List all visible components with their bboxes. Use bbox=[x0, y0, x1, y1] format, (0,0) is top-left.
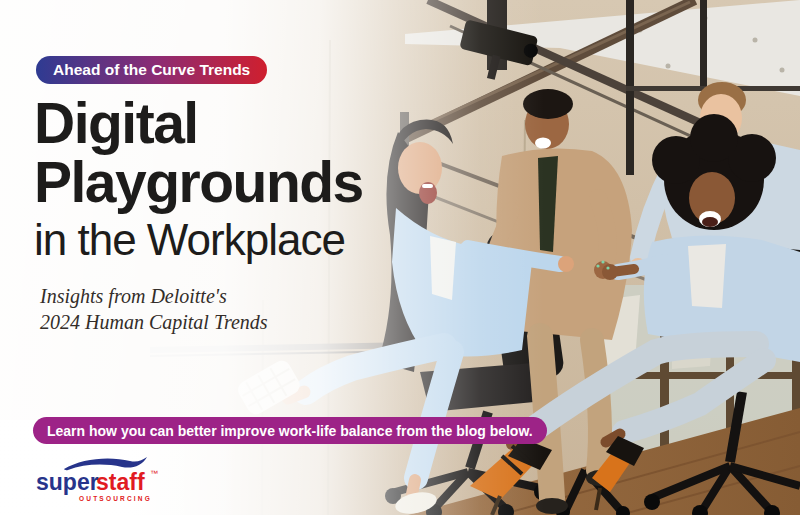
page-title: Digital Playgrounds in the Workplace bbox=[34, 94, 363, 268]
logo-trademark: ™ bbox=[150, 469, 158, 478]
logo-word-super: super bbox=[36, 469, 99, 495]
title-line-2: Playgrounds bbox=[34, 153, 363, 212]
cta-label: Learn how you can better improve work-li… bbox=[47, 423, 533, 439]
logo-tagline: OUTSOURCING bbox=[79, 495, 152, 502]
banner: Ahead of the Curve Trends Digital Playgr… bbox=[0, 0, 800, 515]
subtitle: Insights from Deloitte's 2024 Human Capi… bbox=[40, 283, 268, 335]
cta-pill[interactable]: Learn how you can better improve work-li… bbox=[33, 417, 547, 444]
logo-word-staff: staff bbox=[96, 469, 145, 495]
badge-pill: Ahead of the Curve Trends bbox=[36, 56, 267, 84]
badge-label: Ahead of the Curve Trends bbox=[53, 61, 250, 79]
title-line-1: Digital bbox=[34, 94, 363, 153]
subtitle-line-1: Insights from Deloitte's bbox=[40, 283, 268, 309]
title-line-3: in the Workplace bbox=[34, 212, 363, 268]
subtitle-line-2: 2024 Human Capital Trends bbox=[40, 309, 268, 335]
superstaff-logo[interactable]: super staff ™ OUTSOURCING bbox=[34, 454, 166, 508]
